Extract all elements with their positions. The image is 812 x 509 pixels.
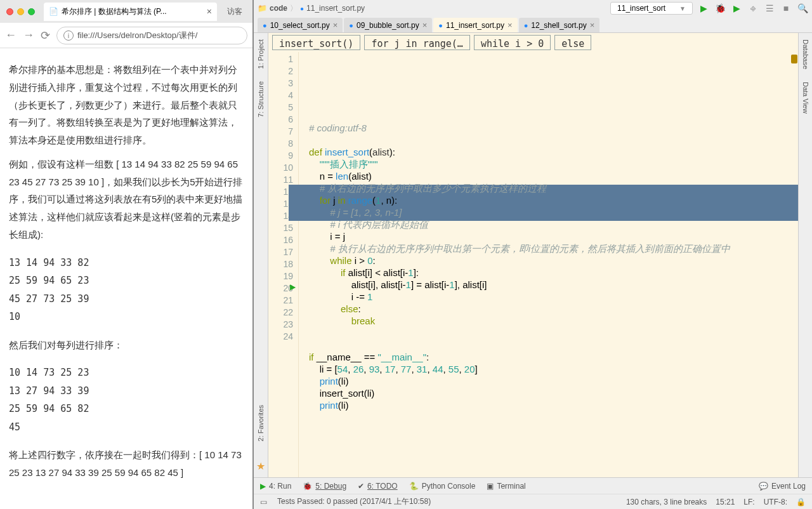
doc-paragraph: 将上述四行数字，依序接在一起时我们得到：[ 10 14 73 25 23 13 … <box>9 446 244 482</box>
run-config-dropdown[interactable]: 11_insert_sort ▼ <box>610 2 693 15</box>
code-line[interactable]: print(li) <box>309 399 798 411</box>
code-line[interactable]: insert_sort(li) <box>309 387 798 399</box>
bc-chip[interactable]: insert_sort() <box>272 35 360 50</box>
console-tool[interactable]: 🐍Python Console <box>409 482 476 491</box>
terminal-tool[interactable]: ▣Terminal <box>487 482 525 491</box>
debug-tool[interactable]: 🐞5: Debug <box>303 482 346 491</box>
bc-chip[interactable]: else <box>554 35 591 50</box>
code-line[interactable]: # j = [1, 2, 3, n-1] <box>309 206 798 218</box>
bc-chip[interactable]: for j in range(… <box>364 35 470 50</box>
code-line[interactable]: # coding:utf-8 <box>309 122 798 134</box>
menu-icon[interactable]: ▭ <box>260 498 267 506</box>
line-number: 22 <box>268 307 293 319</box>
editor-tab[interactable]: ●11_insert_sort.py× <box>433 18 517 32</box>
line-number: 2 <box>268 65 293 77</box>
todo-tool[interactable]: ✔6: TODO <box>358 482 398 491</box>
minimize-window-icon[interactable] <box>17 8 24 15</box>
search-button[interactable]: 🔍 <box>797 3 808 14</box>
code-lines[interactable]: # coding:utf-8def insert_sort(alist): ""… <box>299 52 798 477</box>
encoding[interactable]: UTF-8: <box>764 498 787 506</box>
tool-structure[interactable]: 7: Structure <box>257 81 265 117</box>
editor-tabs: ●10_select_sort.py×●09_bubble_sort.py×●1… <box>254 17 812 33</box>
run-with-coverage-button[interactable]: ▶ <box>731 3 742 14</box>
code-line[interactable]: # i 代表内层循环起始值 <box>309 218 798 230</box>
line-number: 8 <box>268 138 293 150</box>
browser-tab[interactable]: 📄 希尔排序 | 数据结构与算法 (P... × <box>44 3 217 21</box>
editor-tab[interactable]: ●09_bubble_sort.py× <box>344 18 432 32</box>
editor-tab[interactable]: ●10_select_sort.py× <box>258 18 343 32</box>
code-line[interactable] <box>309 134 798 146</box>
right-tool-strip: Database Data View <box>798 33 812 477</box>
close-window-icon[interactable] <box>6 8 13 15</box>
code-line[interactable]: i = j <box>309 230 798 242</box>
line-number: 4 <box>268 89 293 102</box>
site-info-icon[interactable]: i <box>63 30 74 41</box>
tests-status: Tests Passed: 0 passed (2017/4/1 上午10:58… <box>277 496 431 507</box>
code-line[interactable]: # 从右边的无序序列中取出多少个元素执行这样的过程 <box>309 182 798 194</box>
code-line[interactable]: break <box>309 315 798 327</box>
code-line[interactable] <box>309 339 798 351</box>
close-icon[interactable]: × <box>333 20 338 30</box>
tool-project[interactable]: 1: Project <box>257 39 265 69</box>
editor-tab[interactable]: ●12_shell_sort.py× <box>519 18 600 32</box>
tool-database[interactable]: Database <box>802 39 809 69</box>
tab-label: 10_select_sort.py <box>270 21 330 30</box>
breadcrumb[interactable]: 📁 code 〉 ● 11_insert_sort.py <box>258 3 365 14</box>
close-tab-icon[interactable]: × <box>207 6 212 17</box>
code-line[interactable]: def insert_sort(alist): <box>309 146 798 158</box>
line-gutter: 123456789101112131415161718192021222324 <box>268 52 299 477</box>
lock-icon[interactable]: 🔒 <box>796 498 806 506</box>
line-number: 6 <box>268 114 293 126</box>
run-gutter-icon[interactable]: ▶ <box>290 282 296 291</box>
forward-button[interactable]: → <box>23 29 34 42</box>
play-icon: ▶ <box>260 482 266 491</box>
browser-panel: 📄 希尔排序 | 数据结构与算法 (P... × 访客 ← → ⟳ i file… <box>0 0 254 509</box>
code-line[interactable]: if __name__ == "__main__": <box>309 351 798 363</box>
code-line[interactable]: print(li) <box>309 375 798 387</box>
run-tool[interactable]: ▶4: Run <box>260 482 291 491</box>
code-line[interactable]: alist[i], alist[i-1] = alist[i-1], alist… <box>309 279 798 291</box>
code-line[interactable]: i -= 1 <box>309 291 798 303</box>
editor-scrollbar[interactable] <box>790 52 798 477</box>
tool-dataview[interactable]: Data View <box>802 82 809 114</box>
code-line[interactable]: # 执行从右边的无序序列中取出第一个元素，即i位置的元素，然后将其插入到前面的正… <box>309 242 798 255</box>
doc-code-block: 13 14 94 33 82 25 59 94 65 23 45 27 73 2… <box>9 254 244 326</box>
profile-label[interactable]: 访客 <box>221 6 249 17</box>
address-bar[interactable]: i file:///Users/delron/Desktop/课件/ <box>56 27 247 44</box>
debug-button[interactable]: 🐞 <box>714 3 726 14</box>
python-file-icon: ● <box>524 22 528 29</box>
maximize-window-icon[interactable] <box>28 8 35 15</box>
close-icon[interactable]: × <box>590 20 595 30</box>
line-number: 15 <box>268 222 293 234</box>
back-button[interactable]: ← <box>5 29 16 42</box>
line-separator[interactable]: LF: <box>743 498 754 506</box>
code-area[interactable]: 123456789101112131415161718192021222324 … <box>268 52 798 477</box>
ide-panel: 📁 code 〉 ● 11_insert_sort.py 11_insert_s… <box>254 0 812 509</box>
crumb-folder: code <box>270 4 287 13</box>
close-icon[interactable]: × <box>422 20 428 30</box>
attach-button[interactable]: ⎆ <box>747 3 759 14</box>
bc-chip[interactable]: while i > 0 <box>474 35 551 50</box>
event-log[interactable]: 💬Event Log <box>759 482 806 491</box>
code-line[interactable]: n = len(alist) <box>309 170 798 182</box>
editor-wrap: 1: Project 7: Structure 2: Favorites ★ i… <box>254 33 812 477</box>
code-line[interactable]: while i > 0: <box>309 255 798 267</box>
scrollbar-thumb[interactable] <box>791 55 797 63</box>
close-icon[interactable]: × <box>508 20 513 30</box>
code-line[interactable]: li = [54, 26, 93, 17, 77, 31, 44, 55, 20… <box>309 363 798 375</box>
step-button[interactable]: ☰ <box>764 3 775 14</box>
tab-label: 12_shell_sort.py <box>531 21 586 30</box>
stop-button[interactable]: ■ <box>780 3 792 14</box>
reload-button[interactable]: ⟳ <box>41 29 50 43</box>
code-line[interactable]: """插入排序""" <box>309 158 798 170</box>
code-line[interactable]: for j in range(1, n): <box>309 194 798 206</box>
code-line[interactable]: else: <box>309 303 798 315</box>
run-button[interactable]: ▶ <box>698 3 709 14</box>
code-line[interactable]: if alist[i] < alist[i-1]: <box>309 267 798 279</box>
doc-paragraph: 然后我们对每列进行排序： <box>9 336 244 354</box>
chevron-down-icon: ▼ <box>679 5 686 12</box>
code-line[interactable] <box>309 327 798 339</box>
tool-favorites[interactable]: 2: Favorites <box>257 405 265 441</box>
ide-navbar: 📁 code 〉 ● 11_insert_sort.py 11_insert_s… <box>254 0 812 17</box>
label: 6: TODO <box>367 482 398 491</box>
